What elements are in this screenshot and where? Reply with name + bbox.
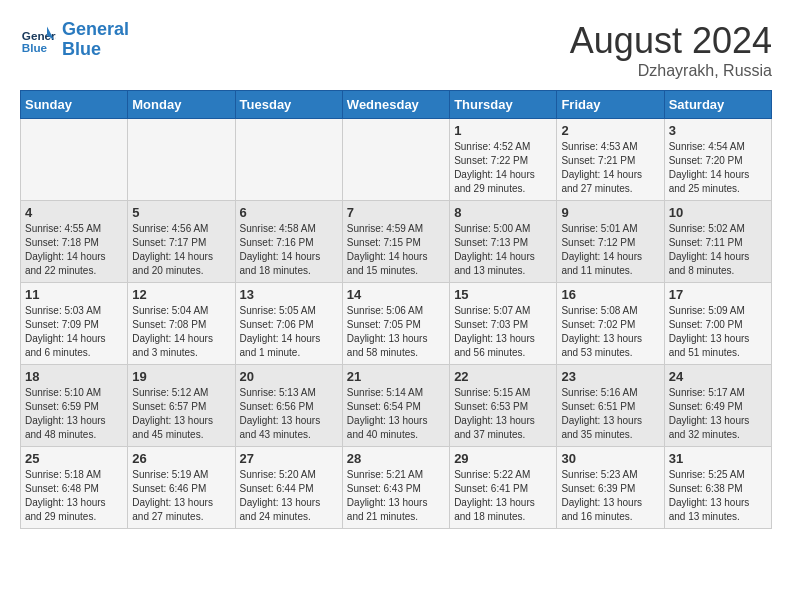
- day-number: 9: [561, 205, 659, 220]
- day-info: Sunrise: 5:06 AM Sunset: 7:05 PM Dayligh…: [347, 304, 445, 360]
- day-info: Sunrise: 5:07 AM Sunset: 7:03 PM Dayligh…: [454, 304, 552, 360]
- day-number: 25: [25, 451, 123, 466]
- day-cell: 6Sunrise: 4:58 AM Sunset: 7:16 PM Daylig…: [235, 201, 342, 283]
- week-row-3: 11Sunrise: 5:03 AM Sunset: 7:09 PM Dayli…: [21, 283, 772, 365]
- day-number: 12: [132, 287, 230, 302]
- day-number: 18: [25, 369, 123, 384]
- day-info: Sunrise: 5:04 AM Sunset: 7:08 PM Dayligh…: [132, 304, 230, 360]
- day-cell: 30Sunrise: 5:23 AM Sunset: 6:39 PM Dayli…: [557, 447, 664, 529]
- day-info: Sunrise: 5:13 AM Sunset: 6:56 PM Dayligh…: [240, 386, 338, 442]
- day-info: Sunrise: 4:55 AM Sunset: 7:18 PM Dayligh…: [25, 222, 123, 278]
- day-cell: 29Sunrise: 5:22 AM Sunset: 6:41 PM Dayli…: [450, 447, 557, 529]
- logo-line1: General: [62, 19, 129, 39]
- day-number: 15: [454, 287, 552, 302]
- day-number: 28: [347, 451, 445, 466]
- day-cell: 7Sunrise: 4:59 AM Sunset: 7:15 PM Daylig…: [342, 201, 449, 283]
- day-cell: 24Sunrise: 5:17 AM Sunset: 6:49 PM Dayli…: [664, 365, 771, 447]
- day-number: 4: [25, 205, 123, 220]
- calendar-table: SundayMondayTuesdayWednesdayThursdayFrid…: [20, 90, 772, 529]
- day-info: Sunrise: 4:56 AM Sunset: 7:17 PM Dayligh…: [132, 222, 230, 278]
- day-number: 30: [561, 451, 659, 466]
- day-cell: 15Sunrise: 5:07 AM Sunset: 7:03 PM Dayli…: [450, 283, 557, 365]
- day-cell: 21Sunrise: 5:14 AM Sunset: 6:54 PM Dayli…: [342, 365, 449, 447]
- week-row-4: 18Sunrise: 5:10 AM Sunset: 6:59 PM Dayli…: [21, 365, 772, 447]
- logo: General Blue General Blue: [20, 20, 129, 60]
- day-info: Sunrise: 4:59 AM Sunset: 7:15 PM Dayligh…: [347, 222, 445, 278]
- day-number: 16: [561, 287, 659, 302]
- day-number: 29: [454, 451, 552, 466]
- day-header-friday: Friday: [557, 91, 664, 119]
- day-info: Sunrise: 5:18 AM Sunset: 6:48 PM Dayligh…: [25, 468, 123, 524]
- day-cell: 5Sunrise: 4:56 AM Sunset: 7:17 PM Daylig…: [128, 201, 235, 283]
- day-cell: 18Sunrise: 5:10 AM Sunset: 6:59 PM Dayli…: [21, 365, 128, 447]
- day-cell: 9Sunrise: 5:01 AM Sunset: 7:12 PM Daylig…: [557, 201, 664, 283]
- day-info: Sunrise: 5:00 AM Sunset: 7:13 PM Dayligh…: [454, 222, 552, 278]
- day-header-monday: Monday: [128, 91, 235, 119]
- week-row-5: 25Sunrise: 5:18 AM Sunset: 6:48 PM Dayli…: [21, 447, 772, 529]
- day-header-tuesday: Tuesday: [235, 91, 342, 119]
- day-number: 5: [132, 205, 230, 220]
- day-info: Sunrise: 5:20 AM Sunset: 6:44 PM Dayligh…: [240, 468, 338, 524]
- title-block: August 2024 Dzhayrakh, Russia: [570, 20, 772, 80]
- day-number: 8: [454, 205, 552, 220]
- day-cell: 23Sunrise: 5:16 AM Sunset: 6:51 PM Dayli…: [557, 365, 664, 447]
- day-number: 31: [669, 451, 767, 466]
- day-info: Sunrise: 5:02 AM Sunset: 7:11 PM Dayligh…: [669, 222, 767, 278]
- day-info: Sunrise: 5:19 AM Sunset: 6:46 PM Dayligh…: [132, 468, 230, 524]
- day-info: Sunrise: 5:03 AM Sunset: 7:09 PM Dayligh…: [25, 304, 123, 360]
- day-number: 2: [561, 123, 659, 138]
- day-cell: 12Sunrise: 5:04 AM Sunset: 7:08 PM Dayli…: [128, 283, 235, 365]
- day-header-wednesday: Wednesday: [342, 91, 449, 119]
- day-info: Sunrise: 5:01 AM Sunset: 7:12 PM Dayligh…: [561, 222, 659, 278]
- day-number: 24: [669, 369, 767, 384]
- week-row-2: 4Sunrise: 4:55 AM Sunset: 7:18 PM Daylig…: [21, 201, 772, 283]
- day-cell: [342, 119, 449, 201]
- day-cell: 25Sunrise: 5:18 AM Sunset: 6:48 PM Dayli…: [21, 447, 128, 529]
- day-number: 26: [132, 451, 230, 466]
- page-header: General Blue General Blue August 2024 Dz…: [20, 20, 772, 80]
- day-cell: 27Sunrise: 5:20 AM Sunset: 6:44 PM Dayli…: [235, 447, 342, 529]
- day-number: 6: [240, 205, 338, 220]
- day-info: Sunrise: 4:52 AM Sunset: 7:22 PM Dayligh…: [454, 140, 552, 196]
- day-cell: 28Sunrise: 5:21 AM Sunset: 6:43 PM Dayli…: [342, 447, 449, 529]
- day-cell: 22Sunrise: 5:15 AM Sunset: 6:53 PM Dayli…: [450, 365, 557, 447]
- day-info: Sunrise: 5:09 AM Sunset: 7:00 PM Dayligh…: [669, 304, 767, 360]
- day-header-thursday: Thursday: [450, 91, 557, 119]
- day-info: Sunrise: 5:05 AM Sunset: 7:06 PM Dayligh…: [240, 304, 338, 360]
- day-info: Sunrise: 4:53 AM Sunset: 7:21 PM Dayligh…: [561, 140, 659, 196]
- day-info: Sunrise: 5:12 AM Sunset: 6:57 PM Dayligh…: [132, 386, 230, 442]
- day-info: Sunrise: 5:16 AM Sunset: 6:51 PM Dayligh…: [561, 386, 659, 442]
- day-info: Sunrise: 5:14 AM Sunset: 6:54 PM Dayligh…: [347, 386, 445, 442]
- logo-icon: General Blue: [20, 22, 56, 58]
- day-cell: 4Sunrise: 4:55 AM Sunset: 7:18 PM Daylig…: [21, 201, 128, 283]
- day-number: 19: [132, 369, 230, 384]
- day-number: 17: [669, 287, 767, 302]
- day-number: 13: [240, 287, 338, 302]
- day-cell: 2Sunrise: 4:53 AM Sunset: 7:21 PM Daylig…: [557, 119, 664, 201]
- day-number: 27: [240, 451, 338, 466]
- day-number: 20: [240, 369, 338, 384]
- month-title: August 2024: [570, 20, 772, 62]
- day-info: Sunrise: 5:21 AM Sunset: 6:43 PM Dayligh…: [347, 468, 445, 524]
- day-info: Sunrise: 4:58 AM Sunset: 7:16 PM Dayligh…: [240, 222, 338, 278]
- day-number: 21: [347, 369, 445, 384]
- day-info: Sunrise: 5:23 AM Sunset: 6:39 PM Dayligh…: [561, 468, 659, 524]
- day-cell: 17Sunrise: 5:09 AM Sunset: 7:00 PM Dayli…: [664, 283, 771, 365]
- day-cell: 14Sunrise: 5:06 AM Sunset: 7:05 PM Dayli…: [342, 283, 449, 365]
- day-number: 22: [454, 369, 552, 384]
- day-number: 7: [347, 205, 445, 220]
- day-cell: 3Sunrise: 4:54 AM Sunset: 7:20 PM Daylig…: [664, 119, 771, 201]
- day-header-saturday: Saturday: [664, 91, 771, 119]
- day-info: Sunrise: 5:15 AM Sunset: 6:53 PM Dayligh…: [454, 386, 552, 442]
- day-cell: 31Sunrise: 5:25 AM Sunset: 6:38 PM Dayli…: [664, 447, 771, 529]
- day-info: Sunrise: 5:10 AM Sunset: 6:59 PM Dayligh…: [25, 386, 123, 442]
- day-cell: 13Sunrise: 5:05 AM Sunset: 7:06 PM Dayli…: [235, 283, 342, 365]
- week-row-1: 1Sunrise: 4:52 AM Sunset: 7:22 PM Daylig…: [21, 119, 772, 201]
- day-cell: 16Sunrise: 5:08 AM Sunset: 7:02 PM Dayli…: [557, 283, 664, 365]
- day-cell: 8Sunrise: 5:00 AM Sunset: 7:13 PM Daylig…: [450, 201, 557, 283]
- day-number: 1: [454, 123, 552, 138]
- day-info: Sunrise: 5:08 AM Sunset: 7:02 PM Dayligh…: [561, 304, 659, 360]
- day-info: Sunrise: 5:25 AM Sunset: 6:38 PM Dayligh…: [669, 468, 767, 524]
- day-number: 23: [561, 369, 659, 384]
- day-number: 10: [669, 205, 767, 220]
